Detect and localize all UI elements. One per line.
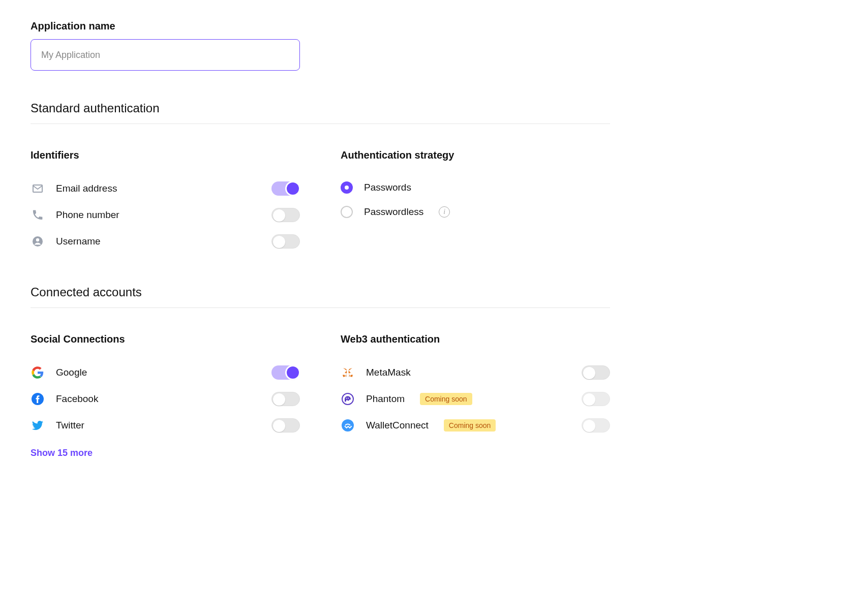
social-row-facebook: Facebook: [31, 386, 300, 412]
web3-row-phantom: Phantom Coming soon: [341, 386, 610, 412]
metamask-icon: [341, 365, 355, 380]
social-row-twitter: Twitter: [31, 412, 300, 439]
show-more-social-link[interactable]: Show 15 more: [31, 448, 93, 458]
identifier-label: Email address: [56, 183, 260, 194]
svg-point-5: [348, 398, 349, 399]
web3-title: Web3 authentication: [341, 333, 610, 345]
web3-row-metamask: MetaMask: [341, 359, 610, 386]
social-row-google: Google: [31, 359, 300, 386]
web3-row-walletconnect: WalletConnect Coming soon: [341, 412, 610, 439]
app-name-label: Application name: [31, 20, 610, 32]
toggle-email[interactable]: [271, 181, 300, 196]
svg-point-6: [342, 419, 354, 432]
svg-point-4: [346, 398, 347, 399]
toggle-twitter[interactable]: [271, 418, 300, 433]
social-title: Social Connections: [31, 333, 300, 345]
phantom-icon: [341, 392, 355, 406]
strategy-title: Authentication strategy: [341, 149, 610, 161]
app-name-input[interactable]: [31, 39, 300, 71]
strategy-label: Passwords: [364, 182, 610, 193]
toggle-username[interactable]: [271, 234, 300, 249]
section-standard-auth: Standard authentication: [31, 101, 610, 124]
identifier-label: Username: [56, 236, 260, 247]
identifier-row-phone: Phone number: [31, 202, 300, 228]
identifier-row-email: Email address: [31, 175, 300, 202]
web3-label: MetaMask: [366, 367, 570, 378]
toggle-walletconnect: [582, 418, 610, 433]
social-label: Google: [56, 367, 260, 378]
toggle-phantom: [582, 392, 610, 406]
toggle-phone[interactable]: [271, 208, 300, 222]
section-connected-accounts: Connected accounts: [31, 285, 610, 308]
toggle-facebook[interactable]: [271, 392, 300, 406]
info-icon[interactable]: i: [439, 206, 450, 218]
radio-passwords[interactable]: [341, 181, 353, 194]
google-icon: [31, 365, 45, 380]
email-icon: [31, 181, 45, 196]
identifiers-title: Identifiers: [31, 149, 300, 161]
identifier-row-username: Username: [31, 228, 300, 255]
strategy-row-passwords: Passwords: [341, 175, 610, 200]
facebook-icon: [31, 392, 45, 406]
web3-label: Phantom: [366, 393, 405, 405]
walletconnect-icon: [341, 418, 355, 433]
identifier-label: Phone number: [56, 209, 260, 221]
coming-soon-badge: Coming soon: [444, 419, 496, 432]
twitter-icon: [31, 418, 45, 433]
social-label: Facebook: [56, 393, 260, 405]
toggle-google[interactable]: [271, 365, 300, 380]
strategy-row-passwordless: Passwordless i: [341, 200, 610, 224]
phone-icon: [31, 208, 45, 222]
web3-label: WalletConnect: [366, 420, 429, 431]
social-label: Twitter: [56, 420, 260, 431]
coming-soon-badge: Coming soon: [420, 393, 472, 405]
strategy-label: Passwordless: [364, 206, 423, 218]
svg-point-1: [36, 238, 39, 241]
user-icon: [31, 234, 45, 249]
toggle-metamask[interactable]: [582, 365, 610, 380]
radio-passwordless[interactable]: [341, 206, 353, 218]
